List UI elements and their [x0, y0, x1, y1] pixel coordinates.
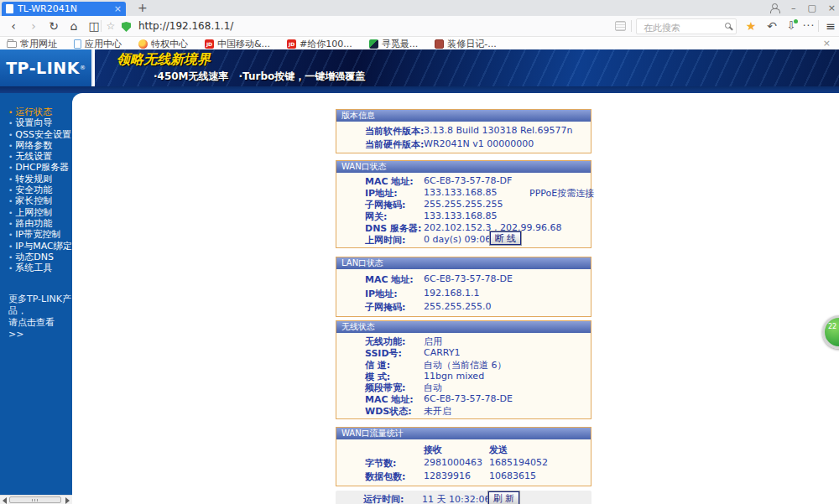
- bookmark-decor-diary[interactable]: 装修日记-...: [435, 38, 496, 50]
- sidebar-item-running-status[interactable]: •运行状态: [8, 107, 72, 117]
- info-row: 当前软件版本:3.13.8 Build 130318 Rel.69577n: [336, 125, 591, 136]
- diary-icon: [435, 39, 444, 49]
- bookmark-give-you-100[interactable]: JD #给你100...: [287, 38, 352, 50]
- maximize-button[interactable]: ▢: [807, 3, 816, 13]
- info-row: 信 道:自动（当前信道 6）: [336, 359, 591, 370]
- sidebar-item-security-functions[interactable]: •安全功能: [8, 184, 72, 195]
- home-button[interactable]: ⌂: [65, 18, 82, 34]
- info-row: 频段带宽:自动: [336, 382, 591, 392]
- toolbar-divider: [818, 20, 819, 32]
- new-tab-button[interactable]: +: [133, 1, 153, 14]
- sidebar-item-qss-security[interactable]: •QSS安全设置: [8, 129, 72, 140]
- bookmark-privilege-center[interactable]: 特权中心: [138, 38, 188, 50]
- sidebar-item-forwarding-rules[interactable]: •转发规则: [8, 174, 72, 184]
- forward-button[interactable]: ›: [25, 18, 42, 34]
- sidebar-item-routing-function[interactable]: •路由功能: [8, 218, 72, 229]
- security-shield-icon[interactable]: [122, 22, 131, 32]
- tab-favicon-icon: [6, 4, 13, 13]
- address-bar-url[interactable]: http://192.168.1.1/: [138, 20, 233, 32]
- info-row: MAC 地址:6C-E8-73-57-78-DE: [336, 393, 591, 404]
- sidebar-menu: •运行状态 •设置向导 •QSS安全设置 •网络参数 •无线设置 •DHCP服务…: [0, 93, 72, 495]
- search-icon[interactable]: [725, 23, 731, 29]
- info-row: 模 式:11bgn mixed: [336, 371, 591, 382]
- panel-wan-traffic: WAN口流量统计 接收发送 字节数:29810004631685194052 数…: [336, 427, 591, 486]
- extension-icon[interactable]: [615, 21, 626, 31]
- undo-close-tab-button[interactable]: ↶: [763, 18, 780, 34]
- bookmark-seek-best[interactable]: 寻觅最...: [369, 38, 419, 50]
- privilege-icon: [138, 39, 148, 49]
- bookmark-star-icon[interactable]: ☆: [102, 18, 119, 34]
- downloads-button[interactable]: ⇩: [783, 18, 800, 34]
- traffic-row: 数据包数:1283991610683615: [336, 470, 591, 481]
- bookmark-common-sites[interactable]: 常用网址: [7, 38, 57, 50]
- jd-icon: JD: [205, 39, 214, 49]
- sidebar-more-products-link[interactable]: 更多TP-LINK产品， 请点击查看 >>: [8, 294, 72, 340]
- reload-button[interactable]: ↻: [45, 18, 62, 34]
- scroll-right-arrow-icon[interactable]: [65, 497, 70, 504]
- info-row: 无线功能:启用: [336, 335, 591, 346]
- info-row: WDS状态:未开启: [336, 405, 591, 416]
- search-input[interactable]: 在此搜索: [636, 18, 737, 34]
- menu-button[interactable]: ≡: [822, 18, 839, 34]
- router-banner: TP-LINK® 领略无线新境界 ·450M无线速率 ·Turbo按键，一键增强…: [0, 49, 839, 86]
- sidebar-item-system-tools[interactable]: •系统工具: [8, 262, 72, 273]
- search-placeholder: 在此搜索: [644, 22, 680, 34]
- back-button[interactable]: ‹: [5, 18, 22, 34]
- panel-version-info: 版本信息 当前软件版本:3.13.8 Build 130318 Rel.6957…: [336, 109, 591, 153]
- minimize-button[interactable]: –: [791, 3, 796, 13]
- info-row: MAC 地址:6C-E8-73-57-78-DE: [336, 273, 591, 284]
- sidebar-item-ip-bandwidth-control[interactable]: •IP带宽控制: [8, 229, 72, 240]
- tab-close-icon[interactable]: ×: [114, 3, 122, 14]
- refresh-button[interactable]: 刷 新: [488, 491, 519, 504]
- tplink-logo: TP-LINK®: [0, 49, 93, 86]
- status-panels: 版本信息 当前软件版本:3.13.8 Build 130318 Rel.6957…: [336, 109, 591, 504]
- panel-title: WAN口流量统计: [336, 428, 591, 439]
- info-row: IP地址:133.133.168.85PPPoE按需连接: [336, 187, 591, 198]
- banner-bottom-strip: [0, 86, 839, 93]
- panel-title: 版本信息: [336, 110, 591, 122]
- bookmark-app-center[interactable]: 应用中心: [74, 38, 122, 50]
- sidebar-item-dhcp-server[interactable]: •DHCP服务器: [8, 162, 72, 173]
- favorites-button[interactable]: ★: [743, 18, 759, 34]
- panel-wireless-status: 无线状态 无线功能:启用 SSID号:CARRY1 信 道:自动（当前信道 6）…: [336, 320, 591, 419]
- app-center-icon: [74, 39, 81, 49]
- banner-slogan-main: 领略无线新境界: [117, 51, 211, 69]
- rx-column-header: 接收: [424, 444, 442, 456]
- panel-wan-status: WAN口状态 MAC 地址:6C-E8-73-57-78-DF IP地址:133…: [336, 160, 591, 248]
- info-row: 网关:133.133.168.85: [336, 210, 591, 221]
- browser-toolbar: ‹ › ↻ ⌂ ◫ ☆ http://192.168.1.1/ 在此搜索 ★ ↶…: [0, 16, 839, 37]
- titlebar: TL-WR2041N × + – ▢ ×: [0, 0, 839, 16]
- info-row: IP地址:192.168.1.1: [336, 288, 591, 299]
- info-row: 子网掩码:255.255.255.255: [336, 199, 591, 210]
- info-row: 当前硬件版本:WR2041N v1 00000000: [336, 138, 591, 149]
- sidebar-item-network-params[interactable]: •网络参数: [8, 140, 72, 151]
- tab-title: TL-WR2041N: [18, 3, 110, 14]
- window-close-button[interactable]: ×: [828, 3, 836, 13]
- banner-image: 领略无线新境界 ·450M无线速率 ·Turbo按键，一键增强覆盖: [95, 49, 839, 86]
- sidebar-item-ip-mac-binding[interactable]: •IP与MAC绑定: [8, 241, 72, 252]
- bookmarks-close-icon[interactable]: ×: [823, 38, 831, 49]
- bookmarks-bar: 常用网址 应用中心 特权中心 JD 中国移动&... JD #给你100... …: [0, 38, 839, 49]
- user-account-icon[interactable]: [769, 3, 779, 13]
- info-row: DNS 服务器:202.102.152.3 , 202.99.96.68: [336, 222, 591, 233]
- more-tools-button[interactable]: ···: [800, 18, 817, 34]
- sidebar-item-wireless-settings[interactable]: •无线设置: [8, 151, 72, 162]
- pppoe-mode-label: PPPoE按需连接: [529, 187, 594, 200]
- reading-list-button[interactable]: ◫: [86, 18, 102, 34]
- scrollbar-thumb[interactable]: [9, 496, 61, 503]
- uptime-row: 运行时间: 11 天 10:32:06 刷 新: [336, 491, 591, 504]
- sidebar-item-setup-wizard[interactable]: •设置向导: [8, 117, 72, 128]
- bookmark-china-mobile[interactable]: JD 中国移动&...: [205, 38, 270, 50]
- toolbar-divider: [631, 20, 632, 32]
- sidebar-item-internet-control[interactable]: •上网控制: [8, 207, 72, 218]
- scroll-left-arrow-icon[interactable]: [3, 497, 7, 504]
- panel-title: LAN口状态: [336, 257, 591, 269]
- sidebar-item-parental-control[interactable]: •家长控制: [8, 195, 72, 206]
- info-row: 子网掩码:255.255.255.0: [336, 301, 591, 312]
- horizontal-scrollbar[interactable]: [0, 495, 72, 504]
- panel-title: WAN口状态: [336, 161, 591, 173]
- info-row: 上网时间:0 day(s) 09:06:45断 线: [336, 234, 591, 245]
- browser-tab[interactable]: TL-WR2041N ×: [2, 2, 126, 16]
- sidebar-item-dynamic-dns[interactable]: •动态DNS: [8, 252, 72, 262]
- disconnect-button[interactable]: 断 线: [490, 231, 521, 245]
